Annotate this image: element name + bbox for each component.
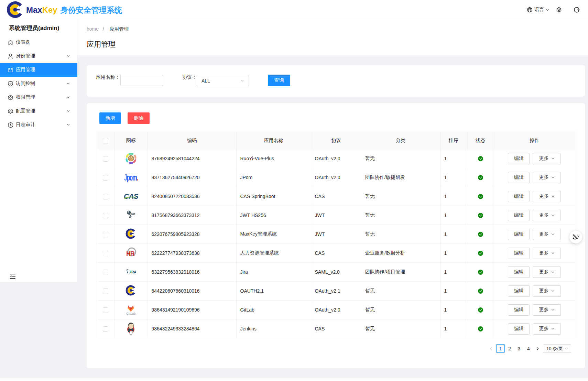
- svg-text:HR: HR: [126, 250, 135, 257]
- svg-text:JIRA: JIRA: [129, 270, 136, 274]
- svg-text:JWT: JWT: [131, 213, 135, 215]
